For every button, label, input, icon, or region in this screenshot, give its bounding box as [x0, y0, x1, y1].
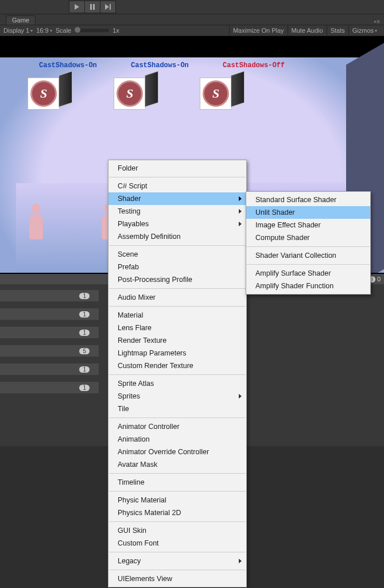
scene-cube: S	[200, 75, 245, 109]
game-settings-bar: Display 1▾ 16:9▾ Scale 1x Maximize On Pl…	[0, 25, 384, 36]
step-button[interactable]	[100, 1, 116, 13]
menu-item-prefab[interactable]: Prefab	[108, 261, 246, 273]
menu-item-tile[interactable]: Tile	[108, 403, 246, 415]
console-row-badge: 1	[79, 293, 90, 299]
menu-item-sprites[interactable]: Sprites	[108, 390, 246, 403]
menu-item-custom-render-texture[interactable]: Custom Render Texture	[108, 359, 246, 372]
scale-label: Scale	[56, 27, 72, 34]
menu-item-scene[interactable]: Scene	[108, 248, 246, 261]
scene-label-2: CastShadows-On	[131, 61, 189, 69]
logo-badge: S	[30, 80, 57, 107]
console-row-badge: 1	[79, 366, 90, 373]
scene-figure	[22, 204, 51, 244]
menu-item-image-effect-shader[interactable]: Image Effect Shader	[246, 219, 370, 231]
mute-toggle[interactable]: Mute Audio	[288, 25, 327, 36]
menu-item-testing[interactable]: Testing	[108, 205, 246, 218]
scene-label-3: CastShadows-Off	[223, 61, 285, 69]
menu-item-render-texture[interactable]: Render Texture	[108, 334, 246, 347]
aspect-select[interactable]: 16:9▾	[36, 27, 52, 34]
chevron-down-icon: ▾	[30, 28, 33, 33]
scene-cube: S	[114, 75, 158, 109]
menu-item-animator-override-controller[interactable]: Animator Override Controller	[108, 446, 246, 458]
menu-item-legacy[interactable]: Legacy	[108, 555, 246, 567]
logo-badge: S	[117, 80, 143, 107]
shader-submenu[interactable]: Standard Surface ShaderUnlit ShaderImage…	[246, 191, 371, 295]
console-row[interactable]: 1	[0, 327, 99, 338]
menu-item-c-script[interactable]: C# Script	[108, 180, 246, 192]
tab-game-label: Game	[12, 17, 29, 24]
menu-item-folder[interactable]: Folder	[108, 162, 246, 175]
tab-game[interactable]: Game	[6, 16, 36, 25]
menu-item-lens-flare[interactable]: Lens Flare	[108, 322, 246, 334]
chevron-down-icon: ▾	[50, 28, 52, 33]
scene-cube: S	[28, 75, 72, 109]
console-row[interactable]: 1	[0, 382, 99, 393]
scale-slider[interactable]	[75, 29, 109, 32]
display-select[interactable]: Display 1▾	[3, 27, 33, 34]
menu-item-timeline[interactable]: Timeline	[108, 476, 246, 489]
panel-menu-icon[interactable]: ▪≡	[374, 18, 381, 25]
menu-item-animation[interactable]: Animation	[108, 433, 246, 446]
menu-item-audio-mixer[interactable]: Audio Mixer	[108, 291, 246, 304]
menu-item-assembly-definition[interactable]: Assembly Definition	[108, 230, 246, 243]
play-icon	[75, 4, 79, 10]
editor-toolbar	[0, 0, 384, 14]
step-icon	[105, 4, 111, 10]
pause-icon	[90, 4, 95, 10]
console-row-badge: 1	[79, 330, 90, 336]
menu-item-post-processing-profile[interactable]: Post-Processing Profile	[108, 273, 246, 286]
menu-item-shader-variant-collection[interactable]: Shader Variant Collection	[246, 249, 370, 262]
console-rows: 111511	[0, 290, 99, 393]
menu-item-animator-controller[interactable]: Animator Controller	[108, 420, 246, 433]
menu-item-custom-font[interactable]: Custom Font	[108, 537, 246, 550]
maximize-toggle[interactable]: Maximize On Play	[229, 25, 288, 36]
menu-item-shader[interactable]: Shader	[108, 192, 246, 205]
menu-item-compute-shader[interactable]: Compute Shader	[246, 231, 370, 244]
scale-value: 1x	[113, 27, 119, 34]
scene-label-1: CastShadows-On	[39, 61, 97, 69]
menu-item-uielements-view[interactable]: UIElements View	[108, 572, 246, 585]
chevron-down-icon: ▾	[375, 28, 377, 33]
menu-item-physics-material-2d[interactable]: Physics Material 2D	[108, 506, 246, 519]
console-row[interactable]: 1	[0, 308, 99, 320]
game-tab-bar: Game ▪≡	[0, 14, 384, 25]
menu-item-gui-skin[interactable]: GUI Skin	[108, 524, 246, 537]
menu-item-physic-material[interactable]: Physic Material	[108, 494, 246, 506]
menu-item-material[interactable]: Material	[108, 309, 246, 322]
pause-button[interactable]	[85, 1, 100, 13]
transport-controls	[69, 1, 116, 13]
console-row-badge: 1	[79, 311, 90, 318]
menu-item-sprite-atlas[interactable]: Sprite Atlas	[108, 377, 246, 390]
menu-item-amplify-shader-function[interactable]: Amplify Shader Function	[246, 280, 370, 292]
menu-item-avatar-mask[interactable]: Avatar Mask	[108, 458, 246, 471]
console-row-badge: 1	[79, 385, 90, 391]
create-context-menu[interactable]: FolderC# ScriptShaderTestingPlayablesAss…	[108, 160, 247, 587]
menu-item-amplify-surface-shader[interactable]: Amplify Surface Shader	[246, 267, 370, 280]
menu-item-lightmap-parameters[interactable]: Lightmap Parameters	[108, 347, 246, 359]
stats-toggle[interactable]: Stats	[327, 25, 348, 36]
console-row[interactable]: 1	[0, 363, 99, 375]
menu-item-unlit-shader[interactable]: Unlit Shader	[246, 206, 370, 219]
menu-item-standard-surface-shader[interactable]: Standard Surface Shader	[246, 194, 370, 206]
menu-item-playables[interactable]: Playables	[108, 218, 246, 230]
gizmos-toggle[interactable]: Gizmos▾	[348, 25, 381, 36]
play-button[interactable]	[69, 1, 85, 13]
console-row[interactable]: 1	[0, 290, 99, 301]
console-row-badge: 5	[79, 348, 90, 354]
logo-badge: S	[203, 80, 229, 107]
console-row[interactable]: 5	[0, 345, 99, 357]
